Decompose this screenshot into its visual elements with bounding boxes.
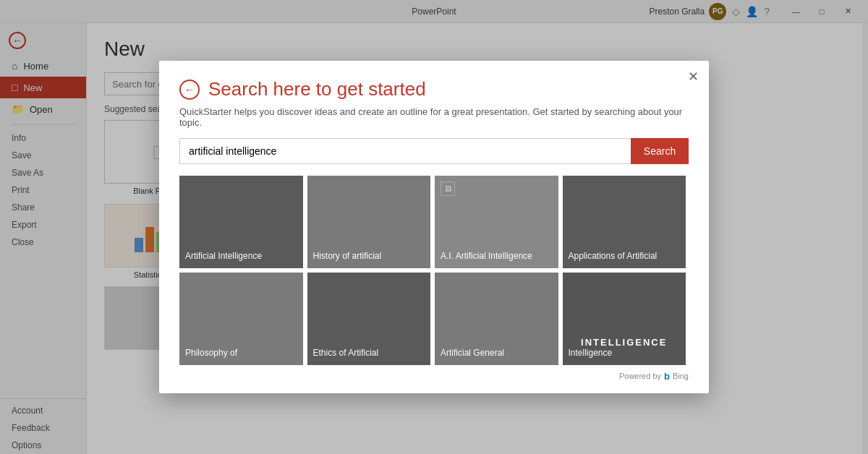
result-card-applications[interactable]: Applications of Artificial [563, 176, 686, 268]
modal-search-row: Search [179, 138, 689, 164]
modal-back-button[interactable]: ← [179, 80, 200, 100]
modal-search-input[interactable] [179, 138, 631, 164]
intelligence-text: INTELLIGENCE [563, 337, 686, 348]
powered-by-text: Powered by [619, 372, 661, 380]
modal-subtitle: QuickStarter helps you discover ideas an… [179, 106, 689, 128]
result-card-aia[interactable]: 🖼 A.I. Artificial Intelligence [435, 176, 558, 268]
result-card-aia-label: A.I. Artificial Intelligence [441, 251, 553, 262]
result-card-ethics[interactable]: Ethics of Artificial [307, 273, 431, 365]
modal-title: Search here to get started [208, 78, 426, 100]
modal-header: ← Search here to get started [179, 78, 689, 100]
result-card-philosophy-label: Philosophy of [185, 348, 297, 359]
result-card-general-label: Artificial General [441, 348, 553, 359]
results-scroll[interactable]: Artificial Intelligence History of artif… [179, 176, 689, 365]
result-card-history[interactable]: History of artificial [307, 176, 431, 268]
result-card-intelligence-label: Intelligence [569, 348, 681, 359]
bing-logo: b [664, 371, 670, 382]
result-card-general[interactable]: Artificial General [435, 273, 558, 365]
result-card-philosophy[interactable]: Philosophy of [179, 273, 303, 365]
modal-overlay: ✕ ← Search here to get started QuickStar… [0, 0, 868, 454]
result-card-ai[interactable]: Artificial Intelligence [179, 176, 303, 268]
modal-close-button[interactable]: ✕ [684, 68, 702, 85]
modal-search-button[interactable]: Search [631, 138, 689, 164]
powered-by: Powered by b Bing [179, 371, 689, 382]
results-grid: Artificial Intelligence History of artif… [179, 176, 689, 365]
result-card-applications-label: Applications of Artificial [569, 251, 681, 262]
result-card-ethics-label: Ethics of Artificial [313, 348, 425, 359]
quickstarter-modal: ✕ ← Search here to get started QuickStar… [159, 61, 709, 393]
result-card-ai-label: Artificial Intelligence [185, 251, 297, 262]
card-icon: 🖼 [441, 181, 455, 196]
modal-back-icon: ← [184, 84, 195, 95]
bing-label: Bing [673, 372, 689, 380]
result-card-history-label: History of artificial [313, 251, 425, 262]
result-card-intelligence[interactable]: INTELLIGENCE Intelligence [563, 273, 686, 365]
